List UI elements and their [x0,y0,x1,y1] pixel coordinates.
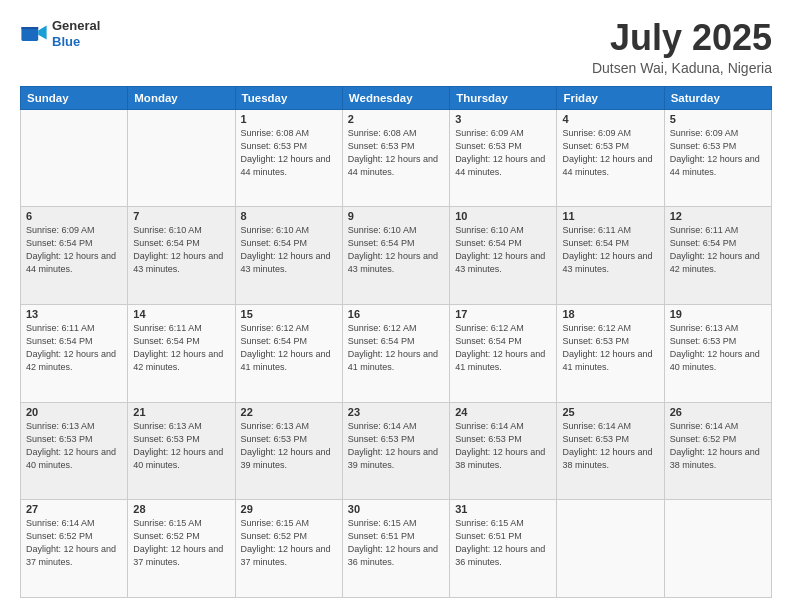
day-number: 12 [670,210,766,222]
day-cell: 3Sunrise: 6:09 AM Sunset: 6:53 PM Daylig… [450,109,557,207]
title-area: July 2025 Dutsen Wai, Kaduna, Nigeria [592,18,772,76]
calendar-page: General Blue July 2025 Dutsen Wai, Kadun… [0,0,792,612]
calendar-header: Sunday Monday Tuesday Wednesday Thursday… [21,86,772,109]
day-info: Sunrise: 6:13 AM Sunset: 6:53 PM Dayligh… [670,322,766,374]
logo-text-block: General Blue [52,18,100,49]
day-cell: 26Sunrise: 6:14 AM Sunset: 6:52 PM Dayli… [664,402,771,500]
day-cell: 17Sunrise: 6:12 AM Sunset: 6:54 PM Dayli… [450,304,557,402]
col-friday: Friday [557,86,664,109]
day-info: Sunrise: 6:09 AM Sunset: 6:53 PM Dayligh… [562,127,658,179]
day-cell: 29Sunrise: 6:15 AM Sunset: 6:52 PM Dayli… [235,500,342,598]
day-number: 4 [562,113,658,125]
day-number: 31 [455,503,551,515]
day-cell: 20Sunrise: 6:13 AM Sunset: 6:53 PM Dayli… [21,402,128,500]
day-info: Sunrise: 6:11 AM Sunset: 6:54 PM Dayligh… [133,322,229,374]
day-info: Sunrise: 6:13 AM Sunset: 6:53 PM Dayligh… [133,420,229,472]
day-info: Sunrise: 6:14 AM Sunset: 6:52 PM Dayligh… [26,517,122,569]
day-info: Sunrise: 6:09 AM Sunset: 6:53 PM Dayligh… [670,127,766,179]
day-cell: 23Sunrise: 6:14 AM Sunset: 6:53 PM Dayli… [342,402,449,500]
day-info: Sunrise: 6:13 AM Sunset: 6:53 PM Dayligh… [241,420,337,472]
day-cell [557,500,664,598]
day-number: 16 [348,308,444,320]
location: Dutsen Wai, Kaduna, Nigeria [592,60,772,76]
day-info: Sunrise: 6:11 AM Sunset: 6:54 PM Dayligh… [562,224,658,276]
calendar-body: 1Sunrise: 6:08 AM Sunset: 6:53 PM Daylig… [21,109,772,597]
day-number: 7 [133,210,229,222]
day-cell: 25Sunrise: 6:14 AM Sunset: 6:53 PM Dayli… [557,402,664,500]
day-info: Sunrise: 6:12 AM Sunset: 6:54 PM Dayligh… [241,322,337,374]
day-number: 29 [241,503,337,515]
day-info: Sunrise: 6:14 AM Sunset: 6:53 PM Dayligh… [348,420,444,472]
logo-icon [20,20,48,48]
day-cell: 31Sunrise: 6:15 AM Sunset: 6:51 PM Dayli… [450,500,557,598]
day-number: 17 [455,308,551,320]
logo: General Blue [20,18,100,49]
day-number: 15 [241,308,337,320]
day-cell: 7Sunrise: 6:10 AM Sunset: 6:54 PM Daylig… [128,207,235,305]
day-cell: 10Sunrise: 6:10 AM Sunset: 6:54 PM Dayli… [450,207,557,305]
day-cell: 14Sunrise: 6:11 AM Sunset: 6:54 PM Dayli… [128,304,235,402]
week-row-0: 1Sunrise: 6:08 AM Sunset: 6:53 PM Daylig… [21,109,772,207]
header: General Blue July 2025 Dutsen Wai, Kadun… [20,18,772,76]
day-number: 3 [455,113,551,125]
day-info: Sunrise: 6:08 AM Sunset: 6:53 PM Dayligh… [241,127,337,179]
day-cell: 18Sunrise: 6:12 AM Sunset: 6:53 PM Dayli… [557,304,664,402]
day-info: Sunrise: 6:10 AM Sunset: 6:54 PM Dayligh… [133,224,229,276]
day-info: Sunrise: 6:10 AM Sunset: 6:54 PM Dayligh… [241,224,337,276]
col-sunday: Sunday [21,86,128,109]
day-cell: 13Sunrise: 6:11 AM Sunset: 6:54 PM Dayli… [21,304,128,402]
week-row-1: 6Sunrise: 6:09 AM Sunset: 6:54 PM Daylig… [21,207,772,305]
week-row-4: 27Sunrise: 6:14 AM Sunset: 6:52 PM Dayli… [21,500,772,598]
day-cell: 19Sunrise: 6:13 AM Sunset: 6:53 PM Dayli… [664,304,771,402]
day-number: 21 [133,406,229,418]
day-number: 22 [241,406,337,418]
day-number: 13 [26,308,122,320]
day-info: Sunrise: 6:13 AM Sunset: 6:53 PM Dayligh… [26,420,122,472]
day-cell: 2Sunrise: 6:08 AM Sunset: 6:53 PM Daylig… [342,109,449,207]
day-cell: 1Sunrise: 6:08 AM Sunset: 6:53 PM Daylig… [235,109,342,207]
logo-line1: General [52,18,100,34]
week-row-2: 13Sunrise: 6:11 AM Sunset: 6:54 PM Dayli… [21,304,772,402]
day-number: 1 [241,113,337,125]
day-cell: 24Sunrise: 6:14 AM Sunset: 6:53 PM Dayli… [450,402,557,500]
svg-rect-3 [21,27,38,29]
day-cell: 15Sunrise: 6:12 AM Sunset: 6:54 PM Dayli… [235,304,342,402]
day-info: Sunrise: 6:15 AM Sunset: 6:52 PM Dayligh… [241,517,337,569]
day-number: 5 [670,113,766,125]
day-number: 19 [670,308,766,320]
day-number: 18 [562,308,658,320]
day-number: 27 [26,503,122,515]
day-info: Sunrise: 6:11 AM Sunset: 6:54 PM Dayligh… [26,322,122,374]
day-cell [664,500,771,598]
day-info: Sunrise: 6:15 AM Sunset: 6:51 PM Dayligh… [455,517,551,569]
day-number: 26 [670,406,766,418]
calendar-table: Sunday Monday Tuesday Wednesday Thursday… [20,86,772,598]
day-cell: 22Sunrise: 6:13 AM Sunset: 6:53 PM Dayli… [235,402,342,500]
day-number: 2 [348,113,444,125]
week-row-3: 20Sunrise: 6:13 AM Sunset: 6:53 PM Dayli… [21,402,772,500]
day-cell: 4Sunrise: 6:09 AM Sunset: 6:53 PM Daylig… [557,109,664,207]
day-number: 30 [348,503,444,515]
col-saturday: Saturday [664,86,771,109]
day-cell: 21Sunrise: 6:13 AM Sunset: 6:53 PM Dayli… [128,402,235,500]
day-number: 25 [562,406,658,418]
day-cell: 5Sunrise: 6:09 AM Sunset: 6:53 PM Daylig… [664,109,771,207]
day-info: Sunrise: 6:12 AM Sunset: 6:54 PM Dayligh… [348,322,444,374]
day-number: 24 [455,406,551,418]
day-cell: 8Sunrise: 6:10 AM Sunset: 6:54 PM Daylig… [235,207,342,305]
day-info: Sunrise: 6:09 AM Sunset: 6:54 PM Dayligh… [26,224,122,276]
day-cell: 6Sunrise: 6:09 AM Sunset: 6:54 PM Daylig… [21,207,128,305]
day-number: 10 [455,210,551,222]
day-info: Sunrise: 6:14 AM Sunset: 6:52 PM Dayligh… [670,420,766,472]
day-number: 9 [348,210,444,222]
col-monday: Monday [128,86,235,109]
day-info: Sunrise: 6:15 AM Sunset: 6:52 PM Dayligh… [133,517,229,569]
day-info: Sunrise: 6:10 AM Sunset: 6:54 PM Dayligh… [348,224,444,276]
day-cell: 27Sunrise: 6:14 AM Sunset: 6:52 PM Dayli… [21,500,128,598]
day-info: Sunrise: 6:14 AM Sunset: 6:53 PM Dayligh… [562,420,658,472]
day-info: Sunrise: 6:11 AM Sunset: 6:54 PM Dayligh… [670,224,766,276]
day-cell: 16Sunrise: 6:12 AM Sunset: 6:54 PM Dayli… [342,304,449,402]
day-info: Sunrise: 6:10 AM Sunset: 6:54 PM Dayligh… [455,224,551,276]
day-number: 11 [562,210,658,222]
day-info: Sunrise: 6:14 AM Sunset: 6:53 PM Dayligh… [455,420,551,472]
